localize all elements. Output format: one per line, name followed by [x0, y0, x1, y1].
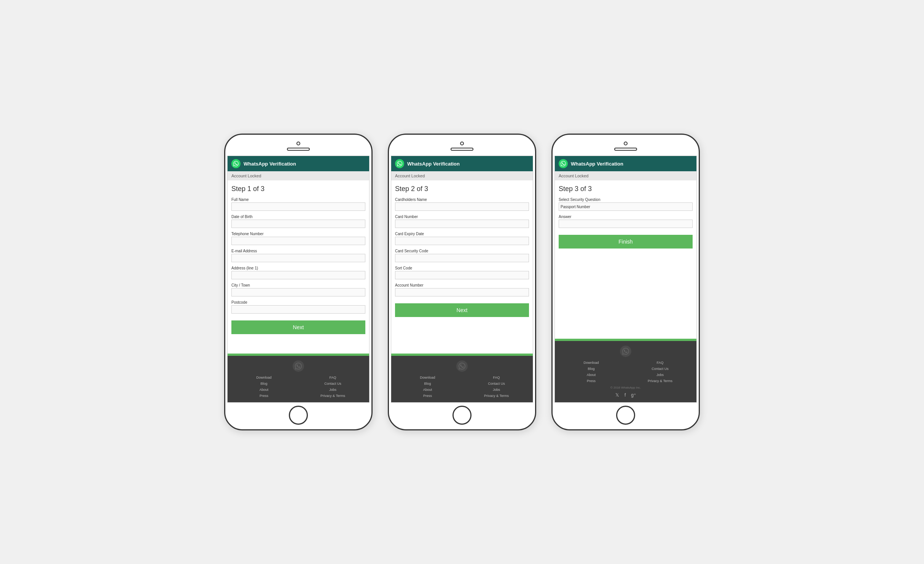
phone-2-cardname-input[interactable]: [395, 202, 529, 211]
phone-3-footer-social: 𝕏 f g⁺: [559, 392, 693, 398]
phone-3-home-btn[interactable]: [616, 406, 635, 425]
phone-3-finish-button[interactable]: Finish: [559, 235, 693, 249]
phone-2-next-button[interactable]: Next: [395, 303, 529, 317]
phone-3-speaker: [614, 148, 637, 151]
phone-1-full-name-group: Full Name: [231, 198, 365, 211]
footer-privacy-2[interactable]: Privacy & Terms: [464, 394, 529, 398]
footer-contact-2[interactable]: Contact Us: [464, 382, 529, 386]
phone-2-screen: WhatsApp Verification Account Locked Ste…: [391, 156, 533, 403]
phone-2-cardname-group: Cardholders Name: [395, 198, 529, 211]
phone-2-accnum-label: Account Number: [395, 283, 529, 287]
phone-2-step-title: Step 2 of 3: [395, 185, 529, 193]
phone-1-side-btn-left2: [224, 198, 225, 209]
phone-2-cardname-label: Cardholders Name: [395, 198, 529, 202]
whatsapp-logo-2: [395, 159, 404, 168]
phone-1-tel-group: Telephone Number: [231, 232, 365, 245]
phone-1-city-input[interactable]: [231, 288, 365, 296]
phone-1-step-title: Step 1 of 3: [231, 185, 365, 193]
phone-2: WhatsApp Verification Account Locked Ste…: [388, 134, 536, 430]
footer-blog-2[interactable]: Blog: [395, 382, 460, 386]
phone-1-dob-label: Date of Birth: [231, 215, 365, 219]
whatsapp-logo-3: [559, 159, 568, 168]
footer-faq-2[interactable]: FAQ: [464, 376, 529, 379]
footer-about-1[interactable]: About: [231, 388, 296, 392]
footer-press-3[interactable]: Press: [559, 379, 624, 383]
phone-2-sortcode-input[interactable]: [395, 271, 529, 279]
phone-3-answer-group: Answer: [559, 215, 693, 228]
footer-contact-3[interactable]: Contact Us: [628, 367, 693, 371]
phone-2-accnum-group: Account Number: [395, 283, 529, 296]
phone-1-screen: WhatsApp Verification Account Locked Ste…: [227, 156, 370, 403]
footer-download-2[interactable]: Download: [395, 376, 460, 379]
phone-1-postcode-input[interactable]: [231, 305, 365, 314]
phone-2-side-btn-left: [388, 180, 389, 192]
phone-3-account-locked: Account Locked: [555, 171, 696, 180]
phone-1-account-locked: Account Locked: [228, 171, 369, 180]
phone-3-security-question-group: Select Security Question Passport Number…: [559, 198, 693, 211]
footer-faq-3[interactable]: FAQ: [628, 361, 693, 365]
footer-download-1[interactable]: Download: [231, 376, 296, 379]
footer-about-3[interactable]: About: [559, 373, 624, 377]
phone-1-camera: [296, 142, 300, 145]
phone-1-postcode-label: Postcode: [231, 300, 365, 304]
phone-1-home-btn[interactable]: [289, 406, 308, 425]
footer-blog-3[interactable]: Blog: [559, 367, 624, 371]
footer-jobs-2[interactable]: Jobs: [464, 388, 529, 392]
phone-2-speaker: [451, 148, 473, 151]
phone-3-footer-links: Download FAQ Blog Contact Us About Jobs …: [559, 361, 693, 383]
phone-2-cvv-input[interactable]: [395, 254, 529, 262]
phone-1-postcode-group: Postcode: [231, 300, 365, 314]
phone-1-footer-logo: [231, 360, 365, 372]
phone-2-expiry-input[interactable]: [395, 237, 529, 245]
footer-faq-1[interactable]: FAQ: [300, 376, 365, 379]
twitter-icon[interactable]: 𝕏: [615, 392, 619, 398]
footer-privacy-1[interactable]: Privacy & Terms: [300, 394, 365, 398]
phone-2-footer-logo: [395, 360, 529, 372]
whatsapp-logo-1: [231, 159, 241, 168]
phone-1-tel-input[interactable]: [231, 237, 365, 245]
phone-2-expiry-group: Card Expiry Date: [395, 232, 529, 245]
phone-3-footer-copyright: © 2016 WhatsApp Inc.: [559, 386, 693, 389]
phone-2-cardnum-label: Card Number: [395, 215, 529, 219]
phone-3-camera: [624, 142, 628, 145]
phone-2-header: WhatsApp Verification: [391, 156, 533, 171]
footer-press-2[interactable]: Press: [395, 394, 460, 398]
footer-contact-1[interactable]: Contact Us: [300, 382, 365, 386]
footer-jobs-3[interactable]: Jobs: [628, 373, 693, 377]
footer-blog-1[interactable]: Blog: [231, 382, 296, 386]
phone-2-cardnum-input[interactable]: [395, 220, 529, 228]
phone-1: WhatsApp Verification Account Locked Ste…: [224, 134, 373, 430]
phone-1-header: WhatsApp Verification: [228, 156, 369, 171]
phone-2-cvv-group: Card Security Code: [395, 249, 529, 262]
footer-about-2[interactable]: About: [395, 388, 460, 392]
footer-jobs-1[interactable]: Jobs: [300, 388, 365, 392]
phone-2-side-btn-right: [535, 188, 536, 207]
phone-3-header-title: WhatsApp Verification: [571, 161, 623, 167]
phone-2-sortcode-group: Sort Code: [395, 266, 529, 279]
phone-2-footer-wa-icon: [456, 360, 468, 372]
phone-1-next-button[interactable]: Next: [231, 320, 365, 334]
phone-3-top-bar: [553, 135, 699, 158]
phone-1-address-input[interactable]: [231, 271, 365, 279]
phone-3-footer: Download FAQ Blog Contact Us About Jobs …: [555, 341, 696, 402]
phone-2-home-btn[interactable]: [452, 406, 472, 425]
phone-3-side-btn-right: [699, 188, 700, 207]
phone-2-accnum-input[interactable]: [395, 288, 529, 296]
phone-3-header: WhatsApp Verification: [555, 156, 696, 171]
phone-2-cvv-label: Card Security Code: [395, 249, 529, 253]
phone-3-step-title: Step 3 of 3: [559, 185, 693, 193]
phone-3-answer-input[interactable]: [559, 220, 693, 228]
phone-1-footer-links: Download FAQ Blog Contact Us About Jobs …: [231, 376, 365, 398]
facebook-icon[interactable]: f: [624, 392, 626, 398]
phone-1-dob-input[interactable]: [231, 220, 365, 228]
phone-1-full-name-input[interactable]: [231, 202, 365, 211]
googleplus-icon[interactable]: g⁺: [631, 392, 636, 398]
footer-privacy-3[interactable]: Privacy & Terms: [628, 379, 693, 383]
phone-3-security-question-select[interactable]: Passport Number Mother's Maiden Name Fir…: [559, 202, 693, 211]
footer-download-3[interactable]: Download: [559, 361, 624, 365]
phone-2-footer-links: Download FAQ Blog Contact Us About Jobs …: [395, 376, 529, 398]
phone-1-email-input[interactable]: [231, 254, 365, 262]
phone-2-form-area: Step 2 of 3 Cardholders Name Card Number…: [391, 180, 533, 354]
phone-2-top-bar: [389, 135, 535, 158]
footer-press-1[interactable]: Press: [231, 394, 296, 398]
